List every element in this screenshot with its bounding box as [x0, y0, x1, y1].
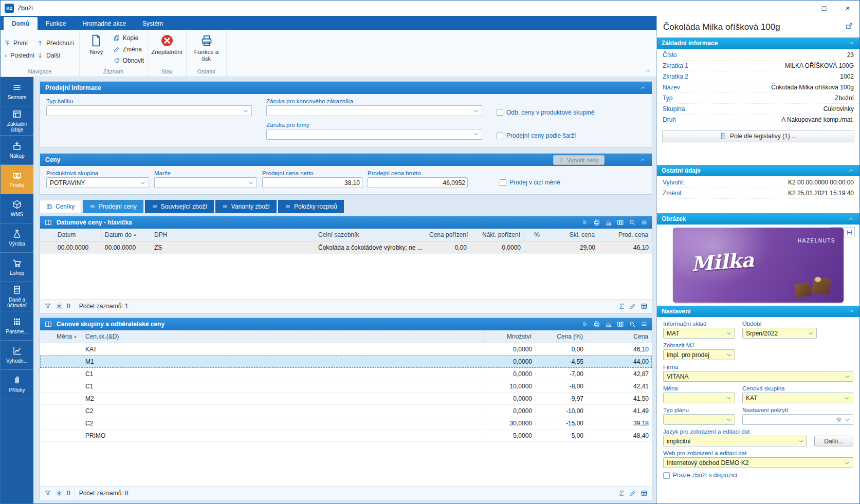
collapse-other-info-icon[interactable]: [848, 167, 855, 174]
columns-icon[interactable]: [617, 321, 624, 328]
tab-varianty-zbozi[interactable]: Varianty zboží: [215, 200, 277, 213]
chart-icon[interactable]: [605, 321, 612, 328]
ribbon-tab-funkce[interactable]: Funkce: [38, 17, 74, 30]
legislation-fields-button[interactable]: Pole dle legislativy (1) ...: [662, 130, 854, 142]
chart-icon[interactable]: [605, 219, 612, 226]
print-icon[interactable]: [593, 219, 600, 226]
open-record-icon[interactable]: [845, 22, 853, 30]
asterisk-filter-icon[interactable]: [56, 303, 63, 310]
invalidate-button[interactable]: Zneplatnění: [152, 31, 182, 67]
column-header-blank[interactable]: [40, 229, 54, 241]
net-price-input[interactable]: 38,10: [262, 177, 362, 188]
table-row[interactable]: M20,0000-9,9741,50: [40, 393, 652, 405]
display-unit-select[interactable]: impl. pro prodej: [663, 349, 735, 360]
sidebar-item-vyhodn[interactable]: Vyhodn...: [1, 341, 33, 370]
column-header-nakl-porizeni[interactable]: Nákl. pořízení: [470, 229, 524, 241]
column-header-cena[interactable]: Cena (%): [535, 330, 587, 343]
web-select[interactable]: Internetový obchod DEMO K2: [663, 457, 853, 468]
menu-icon[interactable]: [641, 321, 648, 328]
tab-souvisejici-zbozi[interactable]: Související zboží: [145, 200, 214, 213]
table-row[interactable]: KAT0,00000,0046,10: [40, 343, 652, 356]
price-group-select[interactable]: KAT: [742, 393, 853, 403]
filter-icon[interactable]: [44, 490, 51, 497]
margin-select[interactable]: [154, 177, 257, 188]
sum-icon[interactable]: [618, 303, 625, 310]
print-icon[interactable]: [593, 321, 600, 328]
sidebar-item-wms[interactable]: WMS: [1, 194, 33, 223]
maximize-button[interactable]: □: [812, 1, 836, 16]
warranty-companies-select[interactable]: [266, 129, 482, 140]
sidebar-item-prilohy[interactable]: Přílohy: [1, 370, 33, 399]
column-header-mena[interactable]: Měna▲: [53, 330, 82, 343]
table-row[interactable]: C20,0000-10,0041,49: [40, 405, 652, 417]
collapse-basic-info-icon[interactable]: [848, 40, 855, 47]
last-button[interactable]: Poslední: [3, 51, 35, 60]
collapse-settings-icon[interactable]: [848, 308, 855, 315]
tab-prodejni-ceny[interactable]: Prodejní ceny: [83, 200, 143, 213]
copy-button[interactable]: Kopie: [112, 34, 145, 42]
checkbox-foreign-currency[interactable]: Prodej v cizí měně: [500, 179, 560, 186]
table-row[interactable]: 00.00.000000.00.0000ZSČokoláda a čokolád…: [40, 241, 652, 254]
fit-image-button[interactable]: [844, 227, 855, 237]
language-select[interactable]: implicitní: [663, 436, 807, 446]
column-header-dph[interactable]: DPH: [151, 229, 315, 241]
edit-record-icon[interactable]: [629, 303, 636, 310]
zoom-icon[interactable]: [629, 219, 636, 226]
change-button[interactable]: Změna: [112, 45, 145, 53]
column-header-celni-sazebnik[interactable]: Celní sazebník: [315, 229, 426, 241]
column-header-blank[interactable]: [40, 330, 53, 343]
plan-type-select[interactable]: [663, 414, 735, 425]
checkbox-group-prices[interactable]: Odb. ceny v produktové skupině: [497, 98, 646, 117]
first-button[interactable]: První: [3, 39, 35, 47]
play-icon[interactable]: [581, 321, 589, 328]
edit-record-icon[interactable]: [629, 490, 636, 497]
info-warehouse-select[interactable]: MAT: [663, 328, 735, 339]
columns-icon[interactable]: [617, 219, 624, 226]
column-header-skl-cena[interactable]: Skl. cena: [543, 229, 598, 241]
column-header-prod-cena[interactable]: Prod. cena: [598, 229, 652, 241]
column-header-blank[interactable]: %: [524, 229, 543, 241]
zoom-icon[interactable]: [629, 321, 636, 328]
table-row[interactable]: C110,0000-8,0042,41: [40, 380, 652, 393]
sidebar-item-parame[interactable]: Parame...: [1, 311, 33, 341]
table-row[interactable]: PRIMO5,00005,0048,40: [40, 430, 652, 442]
filter-icon[interactable]: [44, 303, 51, 310]
collapse-sales-info-icon[interactable]: [639, 84, 647, 91]
gross-price-input[interactable]: 46,0952: [368, 177, 468, 188]
grid-edit-icon[interactable]: [641, 303, 648, 310]
sidebar-item-eshop[interactable]: Eshop: [1, 253, 33, 282]
table-row[interactable]: C230,0000-15,0039,18: [40, 417, 652, 430]
sidebar-item-seznam[interactable]: Seznam: [1, 77, 33, 106]
asterisk-filter-icon[interactable]: [56, 490, 63, 497]
next-button[interactable]: Další: [35, 51, 79, 60]
column-header-cena-porizeni[interactable]: Cena pořízení: [426, 229, 470, 241]
collapse-prices-icon[interactable]: [639, 156, 647, 163]
play-icon[interactable]: [581, 219, 589, 226]
refresh-button[interactable]: Obnovit: [112, 57, 145, 65]
checkbox-batch-prices[interactable]: Prodejní ceny podle šarží: [497, 122, 646, 141]
previous-button[interactable]: Předchozí: [35, 39, 79, 47]
warranty-customer-select[interactable]: [266, 105, 482, 116]
sidebar-item-prodej[interactable]: Prodej: [1, 165, 33, 194]
column-header-cen-sk-d[interactable]: Cen.sk.(&D): [82, 330, 484, 343]
company-select[interactable]: VITANA: [663, 371, 853, 382]
checkbox-disposition[interactable]: Pouze zboží s dispozicí: [663, 472, 853, 479]
grid-edit-icon[interactable]: [641, 490, 648, 497]
ribbon-tab-system[interactable]: Systém: [134, 17, 171, 30]
sidebar-item-nakup[interactable]: Nákup: [1, 136, 33, 165]
column-header-datum[interactable]: Datum: [54, 229, 102, 241]
ribbon-collapse-button[interactable]: [644, 67, 651, 74]
ribbon-tab-domu[interactable]: Domů: [4, 17, 38, 30]
minimize-button[interactable]: –: [789, 1, 812, 16]
sidebar-item-vyroba[interactable]: Výroba: [1, 223, 33, 253]
collapse-image-icon[interactable]: [848, 215, 855, 222]
new-button[interactable]: Nový: [82, 31, 111, 67]
more-button[interactable]: Další...: [814, 436, 853, 446]
column-header-mnozstvi[interactable]: Množství: [484, 330, 535, 343]
column-header-datum-do[interactable]: Datum do▲: [102, 229, 151, 241]
period-select[interactable]: Srpen/2022: [742, 328, 817, 339]
product-group-select[interactable]: POTRAVINY: [46, 177, 149, 188]
table-row[interactable]: M10,0000-4,5544,00: [40, 356, 652, 368]
sum-icon[interactable]: [618, 490, 625, 497]
functions-print-button[interactable]: Funkce a tisk: [191, 31, 222, 67]
